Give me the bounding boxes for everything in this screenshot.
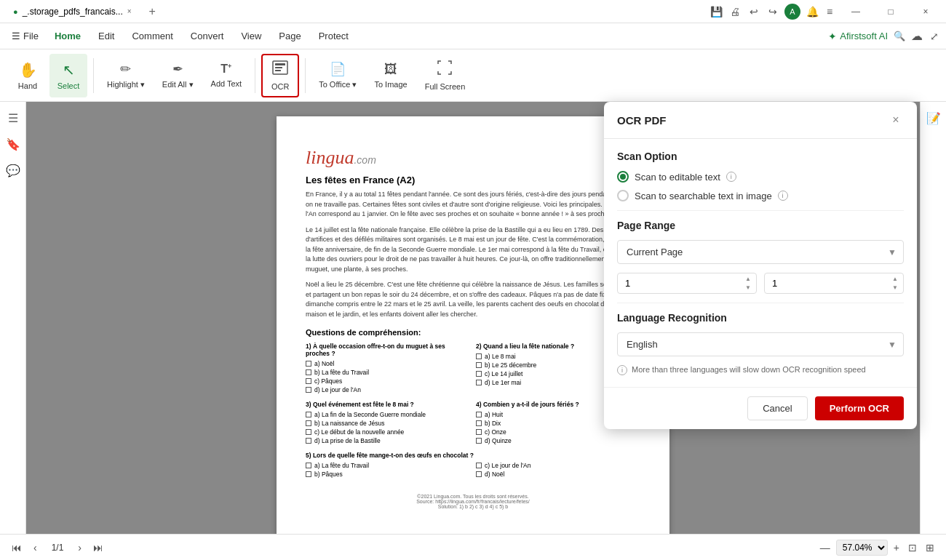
- to-image-icon: 🖼: [384, 62, 397, 77]
- zoom-in-button[interactable]: +: [891, 540, 902, 555]
- hamburger-menu[interactable]: ☰ File: [6, 28, 44, 44]
- cloud-icon[interactable]: ☁: [911, 29, 923, 43]
- to-image-button[interactable]: 🖼 To Image: [367, 54, 414, 97]
- to-image-label: To Image: [374, 80, 407, 89]
- scan-searchable-info-icon[interactable]: i: [778, 191, 788, 201]
- menu-icon[interactable]: ≡: [824, 6, 835, 17]
- redo-icon[interactable]: ↪: [767, 6, 779, 17]
- zoom-out-button[interactable]: —: [817, 540, 833, 555]
- page-to-down-button[interactable]: ▼: [888, 284, 902, 292]
- pdf-paragraph-2: Le 14 juillet est la fête nationale fran…: [306, 225, 640, 275]
- fit-width-button[interactable]: ⊡: [905, 540, 920, 555]
- file-menu-label[interactable]: File: [23, 31, 39, 41]
- search-button[interactable]: 🔍: [894, 31, 905, 41]
- list-item: a) La fin de la Seconde Guerre mondiale: [306, 411, 470, 418]
- page-from-up-button[interactable]: ▲: [741, 275, 755, 284]
- edit-all-label: Edit All ▾: [162, 80, 194, 89]
- to-office-button[interactable]: 📄 To Office ▾: [311, 54, 364, 97]
- list-item: c) Le jour de l'An: [476, 462, 640, 469]
- list-item: b) Pâques: [306, 471, 470, 478]
- ocr-icon: [271, 60, 289, 79]
- dialog-title: OCR PDF: [617, 114, 667, 127]
- svg-rect-1: [275, 63, 285, 65]
- cancel-button[interactable]: Cancel: [747, 396, 807, 420]
- next-page-button[interactable]: ›: [75, 540, 84, 555]
- lingua-logo: lingua.com: [306, 145, 640, 169]
- save-icon[interactable]: 💾: [710, 6, 722, 17]
- full-screen-label: Full Screen: [425, 82, 466, 91]
- page-to-up-button[interactable]: ▲: [888, 275, 902, 284]
- fit-page-button[interactable]: ⊞: [923, 540, 937, 555]
- hand-tool-button[interactable]: ✋ Hand: [9, 54, 47, 97]
- edit-all-icon: ✒: [172, 61, 183, 77]
- title-bar-icons: 💾 🖨 ↩ ↪: [710, 6, 779, 17]
- maximize-button[interactable]: □: [876, 0, 905, 23]
- expand-icon[interactable]: ⤢: [929, 31, 940, 42]
- dialog-header: OCR PDF ×: [604, 102, 917, 139]
- page-range-select[interactable]: Current Page All Pages Custom Range: [617, 240, 904, 264]
- section-divider-1: [617, 210, 904, 211]
- undo-icon[interactable]: ↩: [748, 6, 760, 17]
- menu-convert[interactable]: Convert: [183, 28, 231, 44]
- page-from-spinners: ▲ ▼: [741, 275, 755, 292]
- page-from-input[interactable]: [617, 273, 757, 294]
- add-text-button[interactable]: T+ Add Text: [204, 54, 250, 97]
- select-tool-button[interactable]: ↖ Select: [49, 54, 87, 97]
- page-from-down-button[interactable]: ▼: [741, 284, 755, 292]
- page-range-dropdown-wrapper: Current Page All Pages Custom Range ▼: [617, 240, 904, 264]
- menu-protect[interactable]: Protect: [311, 28, 356, 44]
- last-page-button[interactable]: ⏭: [90, 540, 106, 555]
- scan-editable-option[interactable]: Scan to editable text i: [617, 171, 904, 183]
- close-button[interactable]: ×: [911, 0, 940, 23]
- scan-editable-radio[interactable]: [617, 171, 629, 183]
- scan-editable-info-icon[interactable]: i: [726, 172, 736, 182]
- hand-icon: ✋: [19, 61, 37, 79]
- scan-searchable-radio[interactable]: [617, 190, 629, 201]
- page-range-inputs: ▲ ▼ ▲ ▼: [617, 273, 904, 294]
- perform-ocr-button[interactable]: Perform OCR: [815, 396, 904, 420]
- list-item: b) La fête du Travail: [306, 369, 470, 376]
- afirstsoft-ai-button[interactable]: ✦ Afirstsoft AI: [828, 31, 888, 42]
- tab-close-btn[interactable]: ×: [127, 7, 132, 15]
- select-icon: ↖: [63, 61, 75, 79]
- new-tab-button[interactable]: +: [145, 5, 160, 18]
- scan-searchable-option[interactable]: Scan to searchable text in image i: [617, 190, 904, 201]
- list-item: d) Quinze: [476, 437, 640, 444]
- question-3: 3) Quel événement est fête le 8 mai ? a)…: [306, 401, 470, 446]
- right-sidebar-icon[interactable]: 📝: [923, 108, 944, 128]
- highlight-tool-button[interactable]: ✏ Highlight ▾: [100, 54, 152, 97]
- list-item: b) La naissance de Jésus: [306, 420, 470, 427]
- bell-icon[interactable]: 🔔: [806, 6, 818, 17]
- sidebar-icon-pages[interactable]: ☰: [3, 108, 23, 128]
- prev-page-button[interactable]: ‹: [31, 540, 40, 555]
- menu-home[interactable]: Home: [47, 28, 88, 44]
- page-to-spinners: ▲ ▼: [888, 275, 902, 292]
- dialog-body: Scan Option Scan to editable text i Scan…: [604, 139, 917, 387]
- toolbar-divider-1: [93, 58, 94, 93]
- ocr-button[interactable]: OCR: [261, 54, 299, 97]
- scan-searchable-label: Scan to searchable text in image: [635, 191, 772, 201]
- page-range-title: Page Range: [617, 220, 904, 231]
- first-page-button[interactable]: ⏮: [9, 540, 25, 555]
- to-office-icon: 📄: [330, 61, 346, 77]
- minimize-button[interactable]: —: [841, 0, 870, 23]
- sidebar-icon-comment[interactable]: 💬: [3, 160, 23, 180]
- menu-page[interactable]: Page: [271, 28, 308, 44]
- ocr-warning-text: i More than three languages will slow do…: [617, 365, 904, 375]
- menu-view[interactable]: View: [234, 28, 269, 44]
- page-to-input[interactable]: [764, 273, 904, 294]
- full-screen-button[interactable]: Full Screen: [418, 54, 473, 97]
- edit-all-button[interactable]: ✒ Edit All ▾: [155, 54, 201, 97]
- language-recognition-title: Language Recognition: [617, 312, 904, 324]
- sidebar-icon-bookmark[interactable]: 🔖: [3, 134, 23, 154]
- warning-message: More than three languages will slow down…: [632, 365, 866, 374]
- zoom-level-select[interactable]: 57.04%: [836, 540, 888, 556]
- menu-comment[interactable]: Comment: [124, 28, 180, 44]
- dialog-close-button[interactable]: ×: [888, 112, 904, 128]
- user-avatar[interactable]: A: [784, 4, 800, 20]
- highlight-label: Highlight ▾: [107, 80, 145, 89]
- active-tab[interactable]: ● _.storage_pdfs_francais... ×: [6, 1, 139, 22]
- language-select[interactable]: English French German Spanish Chinese Ja…: [617, 332, 904, 356]
- print-icon[interactable]: 🖨: [729, 6, 741, 17]
- menu-edit[interactable]: Edit: [91, 28, 122, 44]
